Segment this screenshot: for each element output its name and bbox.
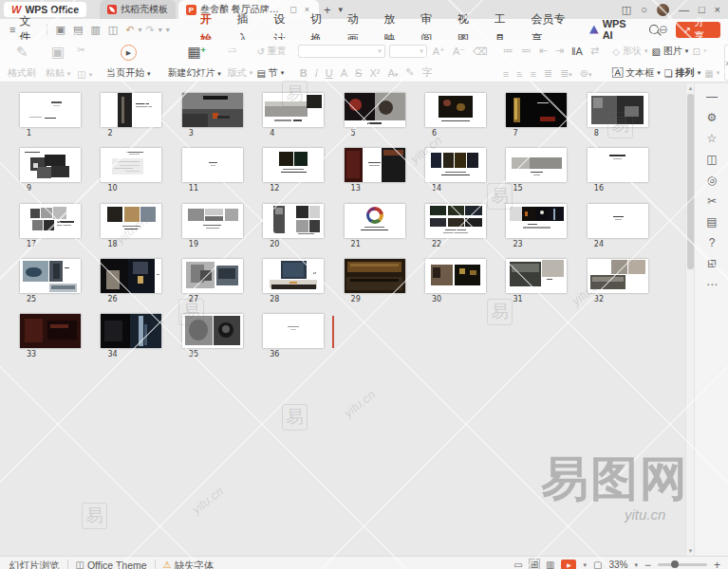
notebook-icon[interactable]: ▤ xyxy=(695,215,728,229)
layout-button[interactable]: ▭ xyxy=(228,45,253,55)
slide-thumbnail[interactable] xyxy=(425,259,486,293)
reset-button[interactable]: ↺重置 xyxy=(256,45,286,58)
textbox-button[interactable]: 🄰文本框▾ xyxy=(612,66,661,80)
ribbon-expand-button[interactable]: › xyxy=(724,45,728,81)
decrease-indent-button[interactable]: ⇤ xyxy=(537,45,550,57)
slide-sorter-area[interactable]: 1234567891011121314151617181920212223242… xyxy=(0,83,685,556)
text-direction-button[interactable]: ‖A xyxy=(569,46,585,57)
slide-thumbnail[interactable] xyxy=(182,93,243,127)
slide-item[interactable]: 14 xyxy=(425,148,486,193)
columns-button[interactable]: ⊜▾ xyxy=(578,67,594,80)
share-button[interactable]: ↗ 分享 xyxy=(676,22,720,38)
split-view-icon[interactable]: ◫ xyxy=(695,153,728,166)
redo-dropdown-icon[interactable]: ▾ xyxy=(159,26,162,34)
wps-ai-button[interactable]: WPS AI xyxy=(589,18,638,41)
picture-button[interactable]: ▧图片▾ xyxy=(651,45,688,58)
slide-thumbnail[interactable] xyxy=(506,204,567,238)
slide-item[interactable]: 31 xyxy=(506,259,567,303)
align-right-button[interactable]: ≡ xyxy=(528,68,537,80)
slide-item[interactable]: 21 xyxy=(345,204,405,248)
font-color-button[interactable]: A▾ xyxy=(385,67,400,79)
maximize-button[interactable]: □ xyxy=(699,4,705,15)
char-effect-button[interactable]: 字 xyxy=(420,65,435,80)
highlight-color-button[interactable]: ✎ xyxy=(403,66,416,79)
globe-icon[interactable]: ○ xyxy=(641,4,647,15)
convert-smartart-button[interactable]: ⇄ xyxy=(588,45,601,57)
slide-item[interactable]: 9 xyxy=(20,148,81,193)
slide-thumbnail[interactable] xyxy=(345,93,405,127)
slide-thumbnail[interactable] xyxy=(425,93,486,127)
wps-home-button[interactable]: W WPS Office xyxy=(4,2,86,17)
docer-resource-icon[interactable]: ◎ xyxy=(695,174,728,187)
slide-thumbnail[interactable] xyxy=(345,204,405,238)
close-button[interactable]: × xyxy=(715,4,720,15)
slide-item[interactable]: 10 xyxy=(101,148,161,193)
slide-thumbnail[interactable] xyxy=(20,259,81,293)
zoom-out-button[interactable]: − xyxy=(644,560,651,569)
slide-thumbnail[interactable] xyxy=(425,148,486,182)
slide-thumbnail[interactable] xyxy=(182,204,243,238)
slide-thumbnail[interactable] xyxy=(20,93,81,127)
slide-thumbnail[interactable] xyxy=(182,148,243,182)
zoom-in-button[interactable]: + xyxy=(714,560,720,569)
slide-item[interactable]: 4 xyxy=(263,93,324,138)
slide-item[interactable]: 34 xyxy=(101,314,161,358)
slide-item[interactable]: 16 xyxy=(588,148,648,193)
shapes-button[interactable]: ◇形状▾ xyxy=(612,45,647,58)
arrange-button[interactable]: ❏排列▾ xyxy=(664,66,700,80)
increase-indent-button[interactable]: ⇥ xyxy=(553,45,566,57)
new-slide-button[interactable]: ▦+ 新建幻灯片 ▾ xyxy=(165,43,224,82)
justify-button[interactable]: ≣ xyxy=(542,67,554,80)
char-border-button[interactable]: A xyxy=(339,67,349,79)
slide-thumbnail[interactable] xyxy=(588,93,648,127)
minimize-button[interactable]: — xyxy=(679,4,689,15)
numbered-list-button[interactable]: ≕ xyxy=(519,45,533,57)
slide-thumbnail[interactable] xyxy=(588,204,648,238)
slide-thumbnail[interactable] xyxy=(345,148,405,182)
slide-item[interactable]: 2 xyxy=(101,93,161,138)
normal-view-button[interactable]: ▭ xyxy=(513,560,522,569)
slide-item[interactable]: 28 xyxy=(263,259,324,303)
slide-item[interactable]: 22 xyxy=(425,204,486,248)
layout-label[interactable]: 版式▾ xyxy=(228,66,253,80)
slide-thumbnail[interactable] xyxy=(101,93,161,127)
slide-item[interactable]: 36 xyxy=(263,314,324,358)
slide-thumbnail[interactable] xyxy=(263,259,324,293)
slide-item[interactable]: 26 xyxy=(101,259,161,303)
slide-thumbnail[interactable] xyxy=(263,93,324,127)
slide-thumbnail[interactable] xyxy=(101,148,161,182)
slide-item[interactable]: 6 xyxy=(425,93,486,138)
underline-button[interactable]: U xyxy=(326,67,333,79)
missing-fonts-label[interactable]: 缺失字体 xyxy=(175,560,215,569)
help-icon[interactable]: ? xyxy=(695,236,728,249)
bullet-list-button[interactable]: ≔ xyxy=(501,45,515,57)
theme-name[interactable]: Office Theme xyxy=(87,560,147,569)
slide-item[interactable]: 18 xyxy=(101,204,161,248)
slide-item[interactable]: 24 xyxy=(588,204,648,248)
slide-thumbnail[interactable] xyxy=(101,314,161,348)
slideshow-dropdown-icon[interactable]: ▾ xyxy=(583,561,587,569)
search-icon[interactable] xyxy=(649,25,659,34)
icon-library-button[interactable]: ⊡▾ xyxy=(692,46,706,57)
slide-sorter-view-button[interactable]: ⊞ xyxy=(530,560,539,569)
reading-view-button[interactable]: ▥ xyxy=(546,560,554,569)
print-icon[interactable]: ▥ xyxy=(86,24,103,36)
slide-thumbnail[interactable] xyxy=(20,314,81,348)
italic-button[interactable]: I xyxy=(313,67,320,79)
slide-item[interactable]: 23 xyxy=(506,204,567,248)
slide-thumbnail[interactable] xyxy=(506,259,567,293)
slide-item[interactable]: 12 xyxy=(263,148,324,193)
export-icon[interactable]: ▤ xyxy=(69,24,86,36)
section-button[interactable]: ▤节▾ xyxy=(256,66,286,80)
media-button[interactable]: ▦▾ xyxy=(704,68,719,79)
slide-item[interactable]: 29 xyxy=(345,259,405,303)
cut-assist-icon[interactable]: ✂ xyxy=(695,194,728,208)
slide-item[interactable]: 15 xyxy=(506,148,567,193)
slide-thumbnail[interactable] xyxy=(263,204,324,238)
stickers-icon[interactable]: ⊞ xyxy=(695,257,728,270)
slide-thumbnail[interactable] xyxy=(588,259,648,293)
zoom-slider-knob[interactable] xyxy=(671,560,679,568)
cut-button[interactable]: ✂ xyxy=(77,45,92,55)
slide-item[interactable]: 17 xyxy=(20,204,81,248)
slide-item[interactable]: 3 xyxy=(182,93,243,138)
